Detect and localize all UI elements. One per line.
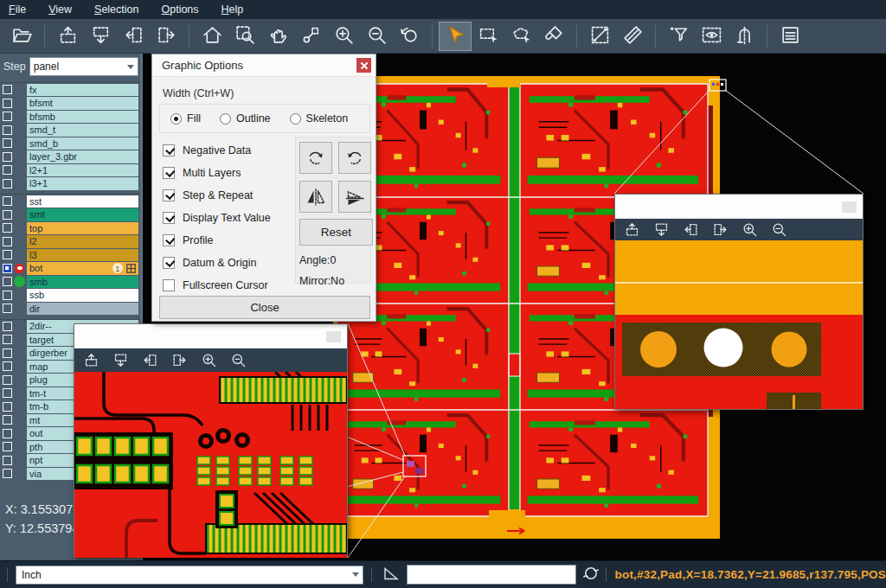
layer-checkbox[interactable] xyxy=(3,196,12,206)
layer-checkbox[interactable] xyxy=(3,138,12,148)
snap-loop-button[interactable] xyxy=(728,22,761,51)
refresh-icon[interactable] xyxy=(583,566,599,585)
filter-button[interactable] xyxy=(662,22,695,51)
checkbox-profile[interactable]: Profile xyxy=(163,229,271,252)
checkbox-negative-data[interactable]: Negative Data xyxy=(163,139,271,162)
layer-checkbox[interactable] xyxy=(3,99,12,108)
layer-name-bot[interactable]: bot1 xyxy=(27,262,138,275)
shift-up-icon[interactable] xyxy=(82,351,100,369)
select-poly-button[interactable] xyxy=(504,22,537,51)
zoom-previous-button[interactable] xyxy=(393,22,426,51)
layer-name-smt[interactable]: smt xyxy=(27,208,138,221)
layer-checkbox[interactable] xyxy=(3,152,12,162)
checkbox-multi-layers[interactable]: Multi Layers xyxy=(163,162,271,184)
shift-right-icon[interactable] xyxy=(170,351,189,369)
magnifier-titlebar[interactable] xyxy=(615,195,863,219)
magnifier-window-right[interactable] xyxy=(614,194,864,410)
magnifier-pcb-view[interactable] xyxy=(74,372,347,558)
magnifier-titlebar[interactable] xyxy=(74,324,347,348)
layer-checkbox[interactable] xyxy=(3,402,12,412)
layer-checkbox[interactable] xyxy=(3,85,12,94)
layer-name-smd_b[interactable]: smd_b xyxy=(27,137,138,150)
zoom-in-button[interactable] xyxy=(327,22,360,51)
layer-checkbox[interactable] xyxy=(3,429,12,438)
layer-name-l3[interactable]: l3 xyxy=(27,249,138,262)
layer-checkbox[interactable] xyxy=(3,415,12,425)
radio-fill[interactable]: Fill xyxy=(170,112,201,125)
select-pointer-button[interactable] xyxy=(439,22,472,51)
layer-checkbox[interactable] xyxy=(3,348,12,358)
window-button-icon[interactable] xyxy=(326,331,341,342)
menu-item-file[interactable]: File xyxy=(9,3,26,16)
layer-name-top[interactable]: top xyxy=(27,222,138,235)
layer-name-dir[interactable]: dir xyxy=(27,303,138,316)
select-rect-button[interactable] xyxy=(472,22,504,51)
layer-checkbox[interactable] xyxy=(3,388,12,398)
shift-down-icon[interactable] xyxy=(652,220,671,239)
home-view-button[interactable] xyxy=(196,22,228,51)
layer-name-fx[interactable]: fx xyxy=(27,84,138,97)
window-button-icon[interactable] xyxy=(842,201,857,213)
checkbox-datum-origin[interactable]: Datum & Origin xyxy=(163,252,271,274)
layer-checkbox[interactable] xyxy=(3,264,12,273)
magnifier-pad-view[interactable] xyxy=(615,240,863,409)
shift-left-icon[interactable] xyxy=(682,220,700,239)
layer-name-sst[interactable]: sst xyxy=(27,195,138,208)
layer-checkbox[interactable] xyxy=(3,165,12,175)
unit-select[interactable]: Inch xyxy=(16,566,363,585)
checkbox-display-text-value[interactable]: Display Text Value xyxy=(163,207,271,229)
magnifier-window-left[interactable] xyxy=(74,323,348,558)
zoom-in-icon[interactable] xyxy=(741,220,759,239)
layer-name-bfsmb[interactable]: bfsmb xyxy=(27,111,138,124)
flip-horizontal-button[interactable] xyxy=(299,181,332,213)
flip-vertical-button[interactable] xyxy=(338,181,371,213)
open-folder-button[interactable] xyxy=(5,22,38,51)
step-select[interactable]: panel xyxy=(29,57,138,76)
shift-right-button[interactable] xyxy=(150,22,183,51)
close-icon[interactable] xyxy=(356,58,371,73)
layer-name-smd_t[interactable]: smd_t xyxy=(27,124,138,137)
view-region-button[interactable] xyxy=(695,22,728,51)
dialog-titlebar[interactable]: Graphic Options xyxy=(152,54,376,77)
layer-checkbox[interactable] xyxy=(3,250,12,259)
layer-checkbox[interactable] xyxy=(3,223,12,233)
layer-checkbox[interactable] xyxy=(3,179,12,189)
menu-item-help[interactable]: Help xyxy=(222,3,244,16)
zoom-out-icon[interactable] xyxy=(229,351,247,369)
menu-item-options[interactable]: Options xyxy=(161,3,198,16)
layers-panel-button[interactable] xyxy=(774,22,806,51)
measure-distance-button[interactable] xyxy=(583,22,616,51)
shift-up-button[interactable] xyxy=(51,22,84,51)
layer-name-ssb[interactable]: ssb xyxy=(27,289,138,302)
layer-checkbox[interactable] xyxy=(3,291,12,300)
checkbox-step-repeat[interactable]: Step & Repeat xyxy=(163,184,271,207)
layer-checkbox[interactable] xyxy=(3,469,12,478)
angle-measure-icon[interactable] xyxy=(382,566,400,585)
layer-name-l3+1[interactable]: l3+1 xyxy=(27,177,138,190)
shift-left-icon[interactable] xyxy=(141,351,159,369)
layer-checkbox[interactable] xyxy=(3,442,12,451)
layer-name-layer_3.gbr[interactable]: layer_3.gbr xyxy=(27,150,138,163)
reset-button[interactable]: Reset xyxy=(299,219,373,246)
zoom-region-button[interactable] xyxy=(228,22,261,51)
pan-jump-button[interactable] xyxy=(294,22,327,51)
radio-skeleton[interactable]: Skeleton xyxy=(290,112,349,125)
rotate-ccw-button[interactable] xyxy=(338,142,371,174)
shift-left-button[interactable] xyxy=(117,22,150,51)
command-input[interactable] xyxy=(407,565,576,585)
layer-checkbox[interactable] xyxy=(3,304,12,313)
pan-hand-button[interactable] xyxy=(261,22,294,51)
radio-outline[interactable]: Outline xyxy=(220,112,271,125)
zoom-out-icon[interactable] xyxy=(770,220,788,239)
layer-checkbox[interactable] xyxy=(3,277,12,286)
menu-item-view[interactable]: View xyxy=(48,3,72,16)
zoom-out-button[interactable] xyxy=(360,22,393,51)
shift-right-icon[interactable] xyxy=(711,220,729,239)
layer-checkbox[interactable] xyxy=(3,361,12,371)
layer-name-smb[interactable]: smb xyxy=(27,276,138,289)
layer-checkbox[interactable] xyxy=(3,237,12,246)
clean-brush-button[interactable] xyxy=(537,22,570,51)
layer-checkbox[interactable] xyxy=(3,375,12,385)
layer-name-l2[interactable]: l2 xyxy=(27,235,138,248)
layer-checkbox[interactable] xyxy=(3,210,12,220)
